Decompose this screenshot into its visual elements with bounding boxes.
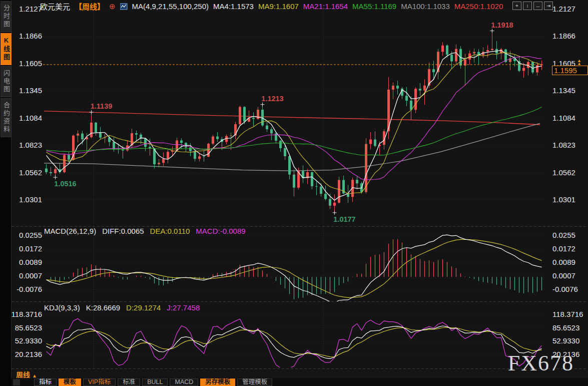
- candle: [455, 49, 457, 62]
- candle: [293, 175, 295, 188]
- collapse-panel-icon[interactable]: ⇥: [544, 2, 553, 10]
- kdj-line: [47, 327, 542, 357]
- candle: [473, 52, 475, 54]
- macd-hist-value: MACD:-0.0089: [196, 227, 245, 235]
- tab-manage-templates[interactable]: 管理模板: [237, 378, 272, 386]
- axis-label: 1.1084: [19, 114, 42, 122]
- candle: [423, 86, 426, 91]
- axis-label: 0.0007: [552, 271, 575, 280]
- tab-standard[interactable]: 标准: [118, 378, 140, 386]
- add-compare-icon[interactable]: ⊕: [109, 2, 116, 11]
- axis-label: 1.1084: [552, 114, 575, 122]
- sidebar-tab-time-chart[interactable]: 分时图: [1, 1, 12, 32]
- axis-label: 52.9330: [552, 336, 579, 345]
- crosshair-tool-icon[interactable]: +: [512, 2, 521, 10]
- candle: [50, 172, 52, 173]
- candle: [410, 101, 412, 110]
- axis-label: 1.0823: [552, 141, 575, 149]
- axis-label: 0.0255: [552, 231, 575, 239]
- axis-label: 1.0301: [552, 195, 575, 204]
- tab-templates[interactable]: 模板: [59, 378, 81, 386]
- candle: [527, 62, 529, 68]
- chart-canvas[interactable]: 1.21271.21271.18661.18661.16051.16051.13…: [0, 0, 588, 386]
- candle: [158, 163, 160, 164]
- axis-label: 118.3716: [552, 310, 583, 318]
- macd-panel: [47, 235, 542, 302]
- axis-label: 0.0255: [19, 231, 42, 239]
- tab-bull[interactable]: BULL: [142, 378, 168, 386]
- price-annotation: 1.0516: [54, 180, 76, 188]
- tab-macd[interactable]: MACD: [170, 378, 198, 386]
- candle: [486, 50, 489, 52]
- watermark: FX678: [508, 350, 574, 376]
- ma21-value: MA21:1.1654: [303, 2, 348, 11]
- tab-save-template[interactable]: 另存模板: [200, 378, 235, 386]
- candle: [315, 186, 318, 187]
- time-axis-strip: 周线 ▲: [11, 369, 588, 378]
- price-annotation: 1.1139: [91, 102, 113, 110]
- axis-label: 52.9330: [15, 336, 42, 345]
- candle: [320, 187, 322, 194]
- ma100-value: MA100:1.1033: [401, 2, 450, 11]
- auto-scale-icon[interactable]: ↕: [523, 2, 532, 10]
- candle: [324, 194, 327, 199]
- axis-label: 85.6523: [552, 323, 579, 332]
- tab-vip-indicators[interactable]: VIP指标: [83, 378, 116, 386]
- candle: [198, 156, 201, 159]
- axis-label: 1.2127: [552, 5, 575, 13]
- candle: [90, 123, 93, 137]
- candle: [284, 148, 286, 156]
- sidebar-tab-contract-info[interactable]: 合约资料: [1, 98, 12, 137]
- kdj-title: KDJ(9,3,3): [44, 303, 80, 312]
- axis-label: 1.0562: [552, 168, 575, 177]
- axis-label: 0.0089: [19, 258, 42, 266]
- axis-label: 1.0301: [19, 195, 42, 204]
- scale-lock-icon[interactable]: ↔: [533, 2, 542, 10]
- ma-line: [47, 107, 542, 155]
- axis-label: 1.2127: [19, 5, 42, 13]
- candle: [522, 68, 525, 71]
- chart-legend: 欧元美元 【周线】 ⊕ MA(4,9,21,55,100,250) MA4:1.…: [40, 1, 503, 12]
- sidebar-tab-flash-chart[interactable]: 闪电图: [1, 66, 12, 97]
- macd-dea-value: DEA:0.0110: [150, 227, 190, 235]
- candle: [405, 96, 408, 101]
- symbol-name: 欧元美元: [40, 1, 70, 12]
- candle: [396, 86, 399, 89]
- ma-params-label: MA(4,9,21,55,100,250): [132, 2, 209, 11]
- chart-toolbar: + ↕ ↔ ⇥: [512, 2, 553, 10]
- candle: [216, 137, 219, 139]
- macd-title: MACD(26,12,9): [44, 227, 96, 235]
- candle: [99, 133, 102, 138]
- sidebar-tab-candle-chart[interactable]: K线图: [1, 33, 12, 65]
- axis-label: 0.0172: [552, 244, 575, 253]
- candle: [329, 199, 331, 206]
- kdj-line: [47, 319, 542, 369]
- candle: [252, 118, 255, 119]
- candle: [288, 156, 291, 175]
- candle: [77, 134, 79, 136]
- axis-label: 20.2136: [15, 350, 42, 358]
- candle: [414, 89, 417, 110]
- candle: [392, 86, 394, 90]
- candle: [279, 141, 282, 148]
- axis-label: 118.3716: [12, 310, 42, 318]
- axis-label: 1.0562: [19, 168, 42, 177]
- axis-label: 1.0823: [19, 141, 42, 149]
- kdj-k-value: K:28.6669: [86, 303, 120, 312]
- candle: [95, 123, 97, 133]
- candle: [531, 62, 534, 73]
- ma250-value: MA250:1.1020: [454, 2, 503, 11]
- ma9-value: MA9:1.1607: [258, 2, 299, 11]
- tab-indicators[interactable]: 指标: [34, 378, 57, 386]
- candle: [446, 46, 448, 55]
- ma55-value: MA55:1.1169: [352, 2, 396, 11]
- candle: [419, 89, 421, 91]
- axis-label: 0.0007: [19, 271, 42, 280]
- sidebar: 分时图 K线图 闪电图 合约资料: [0, 0, 12, 386]
- chart-type-icon[interactable]: [120, 3, 128, 10]
- candle: [369, 140, 372, 144]
- chart-application: 1.21271.21271.18661.18661.16051.16051.13…: [0, 0, 588, 386]
- candle: [135, 133, 138, 135]
- candle: [374, 140, 376, 146]
- axis-label: 1.1345: [552, 86, 575, 95]
